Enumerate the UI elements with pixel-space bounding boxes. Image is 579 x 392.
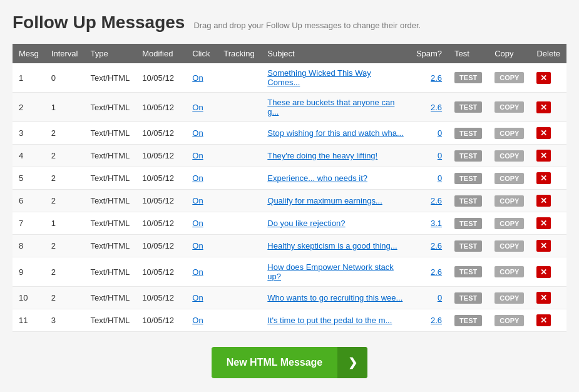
- cell-subject[interactable]: Something Wicked This Way Comes...: [261, 63, 410, 93]
- click-tracking-link[interactable]: On: [192, 103, 203, 112]
- test-button[interactable]: TEST: [454, 292, 482, 304]
- cell-spam[interactable]: 2.6: [410, 235, 448, 257]
- cell-spam[interactable]: 0: [410, 145, 448, 167]
- spam-link[interactable]: 2.6: [431, 267, 442, 277]
- subject-link[interactable]: Who wants to go recruiting this wee...: [267, 293, 402, 302]
- test-button[interactable]: TEST: [454, 195, 482, 207]
- test-button[interactable]: TEST: [454, 266, 482, 277]
- click-tracking-link[interactable]: On: [192, 316, 203, 325]
- test-button[interactable]: TEST: [454, 173, 482, 184]
- click-tracking-link[interactable]: On: [192, 73, 203, 83]
- cell-click-tracking[interactable]: On: [186, 235, 217, 257]
- test-button[interactable]: TEST: [454, 218, 482, 229]
- copy-button[interactable]: COPY: [494, 266, 524, 277]
- delete-button[interactable]: ✕: [536, 217, 551, 229]
- spam-link[interactable]: 2.6: [431, 73, 442, 83]
- cell-click-tracking[interactable]: On: [186, 63, 217, 93]
- test-button[interactable]: TEST: [454, 315, 482, 326]
- spam-link[interactable]: 0: [438, 128, 442, 138]
- test-button[interactable]: TEST: [454, 240, 482, 252]
- cell-subject[interactable]: Stop wishing for this and watch wha...: [261, 122, 410, 145]
- cell-click-tracking[interactable]: On: [186, 122, 217, 145]
- copy-button[interactable]: COPY: [494, 195, 524, 207]
- cell-subject[interactable]: Qualify for maximum earnings...: [261, 190, 410, 212]
- delete-button[interactable]: ✕: [536, 101, 551, 113]
- subject-link[interactable]: Healthy skepticism is a good thing...: [267, 241, 397, 250]
- spam-link[interactable]: 0: [438, 293, 442, 302]
- cell-click-tracking[interactable]: On: [186, 309, 217, 332]
- cell-subject[interactable]: These are buckets that anyone can g...: [261, 93, 410, 122]
- click-tracking-link[interactable]: On: [192, 151, 203, 160]
- cell-click-tracking[interactable]: On: [186, 93, 217, 122]
- subject-link[interactable]: Qualify for maximum earnings...: [267, 196, 382, 205]
- cell-spam[interactable]: 3.1: [410, 212, 448, 235]
- cell-subject[interactable]: Experience... who needs it?: [261, 167, 410, 190]
- cell-subject[interactable]: They're doing the heavy lifting!: [261, 145, 410, 167]
- cell-spam[interactable]: 0: [410, 167, 448, 190]
- subject-link[interactable]: These are buckets that anyone can g...: [267, 98, 394, 116]
- cell-click-tracking[interactable]: On: [186, 167, 217, 190]
- cell-spam[interactable]: 2.6: [410, 63, 448, 93]
- copy-button[interactable]: COPY: [494, 292, 524, 304]
- subject-link[interactable]: Stop wishing for this and watch wha...: [267, 128, 404, 138]
- copy-button[interactable]: COPY: [494, 101, 524, 113]
- subject-link[interactable]: Experience... who needs it?: [267, 173, 367, 183]
- subject-link[interactable]: It's time to put the pedal to the m...: [267, 316, 392, 325]
- delete-button[interactable]: ✕: [536, 127, 551, 139]
- click-tracking-link[interactable]: On: [192, 128, 203, 138]
- delete-button[interactable]: ✕: [536, 172, 551, 184]
- spam-link[interactable]: 2.6: [431, 196, 442, 205]
- click-tracking-link[interactable]: On: [192, 267, 203, 277]
- copy-button[interactable]: COPY: [494, 240, 524, 252]
- copy-button[interactable]: COPY: [494, 72, 524, 83]
- cell-click-tracking[interactable]: On: [186, 190, 217, 212]
- subject-link[interactable]: They're doing the heavy lifting!: [267, 151, 377, 160]
- spam-link[interactable]: 3.1: [431, 219, 442, 228]
- cell-spam[interactable]: 2.6: [410, 309, 448, 332]
- cell-click-tracking[interactable]: On: [186, 145, 217, 167]
- subject-link[interactable]: How does Empower Network stack up?: [267, 262, 394, 281]
- copy-button[interactable]: COPY: [494, 315, 524, 326]
- delete-button[interactable]: ✕: [536, 72, 551, 84]
- cell-subject[interactable]: Who wants to go recruiting this wee...: [261, 287, 410, 309]
- spam-link[interactable]: 2.6: [431, 316, 442, 325]
- click-tracking-link[interactable]: On: [192, 173, 203, 183]
- copy-button[interactable]: COPY: [494, 128, 524, 139]
- cell-click-tracking[interactable]: On: [186, 287, 217, 309]
- copy-button[interactable]: COPY: [494, 173, 524, 184]
- test-button[interactable]: TEST: [454, 101, 482, 113]
- cell-subject[interactable]: It's time to put the pedal to the m...: [261, 309, 410, 332]
- cell-click-tracking[interactable]: On: [186, 212, 217, 235]
- delete-button[interactable]: ✕: [536, 195, 551, 207]
- copy-button[interactable]: COPY: [494, 150, 524, 162]
- click-tracking-link[interactable]: On: [192, 293, 203, 302]
- cell-subject[interactable]: Healthy skepticism is a good thing...: [261, 235, 410, 257]
- copy-button[interactable]: COPY: [494, 218, 524, 229]
- spam-link[interactable]: 0: [438, 173, 442, 183]
- spam-link[interactable]: 0: [438, 151, 442, 160]
- cell-spam[interactable]: 2.6: [410, 190, 448, 212]
- cell-spam[interactable]: 0: [410, 287, 448, 309]
- delete-button[interactable]: ✕: [536, 150, 551, 162]
- delete-button[interactable]: ✕: [536, 314, 551, 326]
- subject-link[interactable]: Something Wicked This Way Comes...: [267, 68, 371, 87]
- delete-button[interactable]: ✕: [536, 266, 551, 278]
- spam-link[interactable]: 2.6: [431, 241, 442, 250]
- spam-link[interactable]: 2.6: [431, 103, 442, 112]
- click-tracking-link[interactable]: On: [192, 219, 203, 228]
- new-message-chevron-icon[interactable]: ❯: [337, 347, 367, 378]
- cell-spam[interactable]: 2.6: [410, 93, 448, 122]
- click-tracking-link[interactable]: On: [192, 196, 203, 205]
- cell-click-tracking[interactable]: On: [186, 257, 217, 287]
- click-tracking-link[interactable]: On: [192, 241, 203, 250]
- delete-button[interactable]: ✕: [536, 240, 551, 252]
- test-button[interactable]: TEST: [454, 72, 482, 83]
- new-message-button[interactable]: New HTML Message ❯: [212, 347, 368, 378]
- delete-button[interactable]: ✕: [536, 292, 551, 304]
- cell-spam[interactable]: 2.6: [410, 257, 448, 287]
- test-button[interactable]: TEST: [454, 150, 482, 162]
- cell-spam[interactable]: 0: [410, 122, 448, 145]
- subject-link[interactable]: Do you like rejection?: [267, 219, 345, 228]
- cell-subject[interactable]: How does Empower Network stack up?: [261, 257, 410, 287]
- test-button[interactable]: TEST: [454, 128, 482, 139]
